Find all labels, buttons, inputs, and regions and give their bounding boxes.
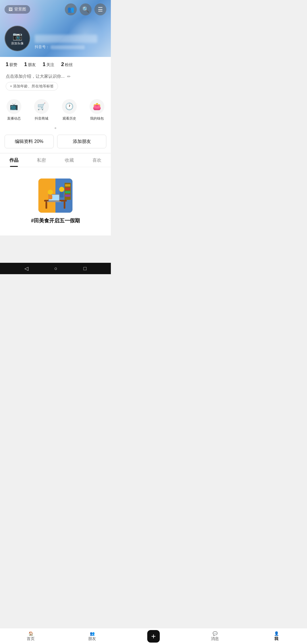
svg-rect-13 — [65, 184, 70, 186]
likes-label: 获赞 — [9, 62, 17, 67]
wallet-label: 我的钱包 — [90, 116, 104, 121]
action-buttons: 编辑资料 20% 添加朋友 — [0, 131, 111, 153]
back-button[interactable]: ◁ — [24, 265, 28, 272]
content-area: #田美食开启五一假期 — [0, 167, 111, 235]
menu-icon-btn[interactable]: ☰ — [94, 3, 106, 15]
recent-button[interactable]: □ — [83, 266, 86, 272]
following-label: 关注 — [46, 62, 54, 67]
search-icon: 🔍 — [82, 6, 89, 13]
svg-point-8 — [48, 190, 53, 195]
dot-indicator — [55, 127, 56, 129]
image-icon: 🖼 — [9, 7, 13, 12]
tab-private[interactable]: 私密 — [28, 153, 56, 167]
scroll-indicator — [0, 123, 111, 131]
stat-likes[interactable]: 1 获赞 — [6, 61, 17, 67]
history-label: 观看历史 — [63, 116, 76, 121]
avatar[interactable]: 📷 添加头像 — [5, 26, 30, 51]
user-info: 抖音号： — [35, 35, 97, 51]
menu-history[interactable]: 🕐 观看历史 — [59, 99, 79, 121]
background-label: 背景图 — [14, 7, 26, 12]
bio-section: 点击添加介绍，让大家认识你... ✏ + 添加年龄、所在地等标签 — [0, 71, 111, 95]
username-blurred — [35, 35, 97, 43]
live-icon-wrap: 📺 — [7, 99, 21, 114]
promo-image[interactable] — [38, 179, 72, 213]
people-icon: 👥 — [67, 6, 74, 13]
menu-shop[interactable]: 🛒 抖音商城 — [32, 99, 51, 121]
douyin-id: 抖音号： — [35, 44, 97, 50]
live-label: 直播动态 — [7, 116, 21, 121]
quick-menu: 📺 直播动态 🛒 抖音商城 🕐 观看历史 👛 我的钱包 — [0, 95, 111, 123]
history-icon-wrap: 🕐 — [62, 99, 77, 114]
add-avatar-label: 添加头像 — [11, 41, 24, 46]
friends-count: 1 — [24, 61, 27, 67]
bio-placeholder: 点击添加介绍，让大家认识你... — [6, 74, 65, 79]
profile-area: 📷 添加头像 抖音号： — [5, 26, 97, 51]
svg-point-10 — [59, 187, 64, 192]
banner: 🖼 背景图 👥 🔍 ☰ 📷 添加头像 抖音号： — [0, 0, 111, 57]
svg-rect-14 — [65, 188, 70, 190]
stat-following[interactable]: 1 关注 — [43, 61, 54, 67]
top-icon-group: 👥 🔍 ☰ — [65, 3, 106, 15]
edit-profile-label: 编辑资料 — [15, 139, 33, 145]
add-tag-label: + 添加年龄、所在地等标签 — [10, 84, 54, 89]
svg-rect-15 — [65, 191, 70, 193]
wallet-icon: 👛 — [93, 102, 101, 110]
add-friend-label: 添加朋友 — [73, 139, 91, 145]
shop-label: 抖音商城 — [35, 116, 48, 121]
menu-icon: ☰ — [98, 6, 103, 13]
friends-icon-btn[interactable]: 👥 — [65, 3, 77, 15]
stat-followers[interactable]: 2 粉丝 — [61, 61, 73, 67]
svg-rect-4 — [64, 202, 65, 209]
douyin-id-blurred — [51, 45, 85, 49]
bio-text-area[interactable]: 点击添加介绍，让大家认识你... ✏ — [6, 74, 105, 79]
add-friend-button[interactable]: 添加朋友 — [57, 135, 106, 148]
tabs-bar: 作品 私密 收藏 喜欢 — [0, 153, 111, 167]
system-bar: ◁ ○ □ — [0, 263, 111, 274]
following-count: 1 — [43, 61, 45, 67]
stat-friends[interactable]: 1 朋友 — [24, 61, 36, 67]
svg-rect-7 — [47, 201, 61, 202]
tab-likes[interactable]: 喜欢 — [83, 153, 111, 167]
menu-wallet[interactable]: 👛 我的钱包 — [87, 99, 107, 121]
tab-works[interactable]: 作品 — [0, 153, 28, 167]
camera-icon: 📷 — [13, 31, 22, 41]
edit-icon: ✏ — [67, 74, 71, 79]
tab-favorites[interactable]: 收藏 — [55, 153, 83, 167]
top-bar: 🖼 背景图 👥 🔍 ☰ — [0, 0, 111, 19]
svg-rect-16 — [65, 194, 70, 197]
history-icon: 🕐 — [65, 102, 74, 110]
followers-label: 粉丝 — [65, 62, 73, 67]
friends-label: 朋友 — [28, 62, 36, 67]
add-tag-button[interactable]: + 添加年龄、所在地等标签 — [6, 82, 58, 91]
live-icon: 📺 — [10, 102, 18, 110]
svg-rect-9 — [48, 195, 52, 199]
wallet-icon-wrap: 👛 — [90, 99, 104, 114]
home-button[interactable]: ○ — [54, 266, 57, 272]
shop-icon: 🛒 — [37, 102, 46, 110]
shop-icon-wrap: 🛒 — [34, 99, 49, 114]
menu-live[interactable]: 📺 直播动态 — [4, 99, 24, 121]
followers-count: 2 — [61, 61, 64, 67]
promo-text: #田美食开启五一假期 — [31, 217, 80, 224]
likes-count: 1 — [6, 61, 9, 67]
stats-section: 1 获赞 1 朋友 1 关注 2 粉丝 — [0, 57, 111, 71]
search-icon-btn[interactable]: 🔍 — [80, 3, 92, 15]
edit-profile-button[interactable]: 编辑资料 20% — [5, 135, 54, 148]
background-button[interactable]: 🖼 背景图 — [5, 5, 30, 14]
profile-pct: 20% — [34, 139, 43, 144]
svg-rect-3 — [45, 202, 47, 209]
svg-rect-11 — [60, 192, 64, 198]
